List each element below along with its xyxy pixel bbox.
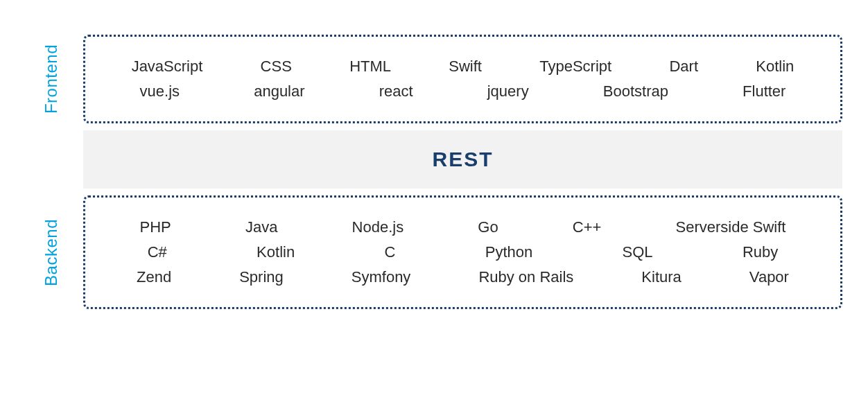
tech-item: Swift [449,58,482,76]
backend-row-2: C# Kotlin C Python SQL Ruby [103,243,823,261]
tech-item: TypeScript [539,58,611,76]
tech-item: HTML [349,58,391,76]
tech-item: Flutter [743,82,785,100]
tech-item: C [384,243,395,261]
tech-item: Kotlin [756,58,794,76]
tech-item: react [379,82,413,100]
diagram-container: Frontend JavaScript CSS HTML Swift TypeS… [42,35,853,309]
backend-section: Backend PHP Java Node.js Go C++ Serversi… [42,195,853,309]
tech-item: Ruby [743,243,778,261]
tech-item: Symfony [351,268,411,286]
tech-item: CSS [261,58,292,76]
tech-item: C# [148,243,167,261]
tech-item: SQL [623,243,653,261]
tech-item: Bootstrap [603,82,668,100]
backend-row-1: PHP Java Node.js Go C++ Serverside Swift [103,218,823,236]
tech-item: Ruby on Rails [478,268,573,286]
tech-item: Node.js [352,218,404,236]
tech-item: Zend [137,268,171,286]
backend-row-3: Zend Spring Symfony Ruby on Rails Kitura… [103,268,823,286]
backend-box: PHP Java Node.js Go C++ Serverside Swift… [83,195,842,309]
rest-label: REST [432,148,493,170]
tech-item: JavaScript [132,58,203,76]
tech-item: vue.js [140,82,180,100]
tech-item: jquery [487,82,529,100]
rest-banner: REST [83,130,842,189]
tech-item: Python [485,243,533,261]
frontend-box: JavaScript CSS HTML Swift TypeScript Dar… [83,35,842,123]
frontend-section: Frontend JavaScript CSS HTML Swift TypeS… [42,35,853,123]
frontend-row-1: JavaScript CSS HTML Swift TypeScript Dar… [103,58,823,76]
tech-item: Kitura [641,268,681,286]
tech-item: Vapor [749,268,789,286]
frontend-row-2: vue.js angular react jquery Bootstrap Fl… [103,82,823,100]
tech-item: Java [245,218,277,236]
tech-item: angular [254,82,304,100]
tech-item: C++ [573,218,602,236]
tech-item: PHP [140,218,171,236]
tech-item: Go [478,218,498,236]
tech-item: Serverside Swift [675,218,785,236]
backend-label: Backend [42,219,76,286]
tech-item: Dart [669,58,698,76]
tech-item: Spring [239,268,284,286]
tech-item: Kotlin [257,243,295,261]
frontend-label: Frontend [42,44,76,114]
